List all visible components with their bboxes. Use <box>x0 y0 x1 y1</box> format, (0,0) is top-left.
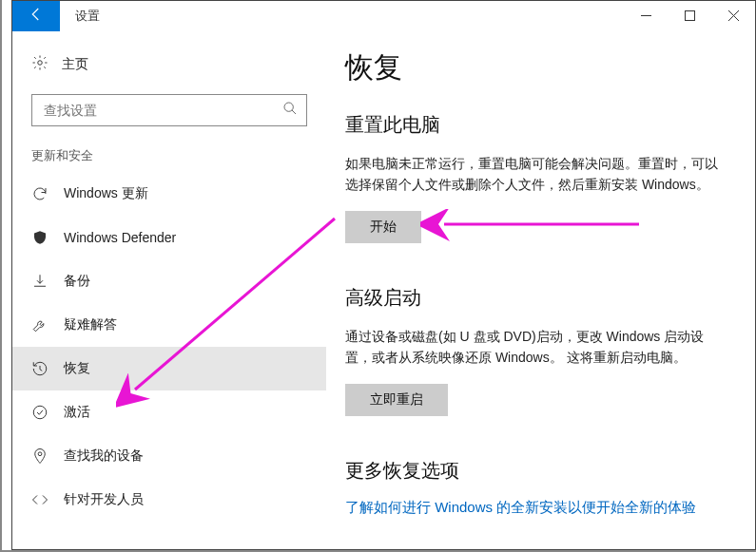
sidebar-item-developers[interactable]: 针对开发人员 <box>12 478 326 522</box>
home-button[interactable]: 主页 <box>12 48 326 81</box>
sidebar-section-label: 更新和安全 <box>12 147 326 172</box>
wrench-icon <box>31 316 48 333</box>
sidebar-item-label: 疑难解答 <box>64 316 117 333</box>
home-label: 主页 <box>62 56 88 73</box>
svg-rect-0 <box>685 11 694 21</box>
advanced-restart-button[interactable]: 立即重启 <box>345 384 448 416</box>
history-icon <box>31 360 48 377</box>
sidebar-item-label: 激活 <box>64 404 90 421</box>
reset-heading: 重置此电脑 <box>345 112 727 138</box>
code-icon <box>31 491 48 508</box>
reset-body: 如果电脑未正常运行，重置电脑可能会解决问题。重置时，可以选择保留个人文件或删除个… <box>345 153 727 196</box>
sidebar-item-find-device[interactable]: 查找我的设备 <box>12 434 326 478</box>
content: 主页 更新和安全 Windows 更新 Windows Defender <box>12 31 755 549</box>
window-controls <box>624 1 755 31</box>
maximize-icon <box>685 8 695 25</box>
sidebar-item-windows-update[interactable]: Windows 更新 <box>12 172 326 216</box>
sidebar-item-backup[interactable]: 备份 <box>12 259 326 303</box>
sidebar-item-label: 备份 <box>64 273 90 290</box>
search-wrap <box>31 94 307 126</box>
sidebar-item-label: 查找我的设备 <box>64 447 144 465</box>
search-input[interactable] <box>31 94 307 126</box>
shield-icon <box>31 229 48 246</box>
close-button[interactable] <box>711 1 755 31</box>
advanced-body: 通过设备或磁盘(如 U 盘或 DVD)启动，更改 Windows 启动设置，或者… <box>345 326 727 369</box>
titlebar: 设置 <box>12 1 755 31</box>
sidebar-item-label: Windows Defender <box>64 230 176 245</box>
sidebar-item-defender[interactable]: Windows Defender <box>12 216 326 259</box>
minimize-icon <box>641 8 651 25</box>
settings-window: 设置 主页 <box>11 0 756 550</box>
sidebar-item-activation[interactable]: 激活 <box>12 390 326 434</box>
sidebar-item-label: Windows 更新 <box>64 185 148 202</box>
sidebar-item-label: 恢复 <box>64 360 90 377</box>
sidebar-item-troubleshoot[interactable]: 疑难解答 <box>12 303 326 347</box>
sidebar-item-recovery[interactable]: 恢复 <box>12 347 326 390</box>
sidebar-item-label: 针对开发人员 <box>64 491 144 508</box>
page-title: 恢复 <box>345 48 727 87</box>
more-heading: 更多恢复选项 <box>345 458 727 484</box>
sync-icon <box>31 185 48 202</box>
minimize-button[interactable] <box>624 1 668 31</box>
maximize-button[interactable] <box>668 1 711 31</box>
fresh-install-link[interactable]: 了解如何进行 Windows 的全新安装以便开始全新的体验 <box>345 499 727 517</box>
window-title: 设置 <box>60 1 624 31</box>
advanced-heading: 高级启动 <box>345 285 727 311</box>
sidebar: 主页 更新和安全 Windows 更新 Windows Defender <box>12 31 326 549</box>
backup-icon <box>31 273 48 290</box>
back-arrow-icon <box>28 6 45 27</box>
svg-point-1 <box>38 61 43 66</box>
reset-start-button[interactable]: 开始 <box>345 211 421 243</box>
svg-point-3 <box>33 406 47 419</box>
check-circle-icon <box>31 404 48 421</box>
close-icon <box>728 8 739 25</box>
main-pane: 恢复 重置此电脑 如果电脑未正常运行，重置电脑可能会解决问题。重置时，可以选择保… <box>326 31 755 549</box>
gear-icon <box>31 54 48 75</box>
svg-point-4 <box>38 452 42 456</box>
back-button[interactable] <box>12 1 60 31</box>
location-icon <box>31 447 48 465</box>
